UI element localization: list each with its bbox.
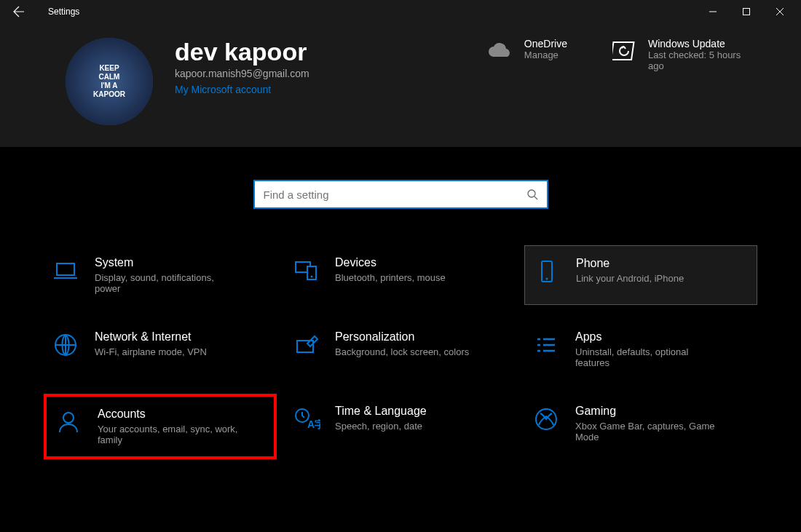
window-controls xyxy=(696,0,797,23)
user-header: KEEP CALM I'M A KAPOOR dev kapoor kapoor… xyxy=(0,23,801,147)
tile-desc: Your accounts, email, sync, work, family xyxy=(98,424,243,445)
tile-title: Devices xyxy=(335,256,446,269)
tile-accounts[interactable]: Accounts Your accounts, email, sync, wor… xyxy=(44,394,277,459)
search-icon xyxy=(526,188,538,200)
tile-title: Time & Language xyxy=(335,405,427,418)
tile-devices[interactable]: Devices Bluetooth, printers, mouse xyxy=(284,245,517,305)
user-email: kapoor.manish95@gmail.com xyxy=(175,68,465,79)
close-button[interactable] xyxy=(763,0,797,23)
update-title: Windows Update xyxy=(648,38,757,49)
update-icon xyxy=(611,38,637,64)
paint-icon xyxy=(291,330,320,360)
tile-desc: Display, sound, notifications, power xyxy=(95,272,240,294)
svg-rect-3 xyxy=(57,263,74,275)
tile-desc: Link your Android, iPhone xyxy=(576,273,684,284)
search-input[interactable] xyxy=(264,188,526,201)
tile-time-language[interactable]: A字 Time & Language Speech, region, date xyxy=(284,394,517,459)
time-language-icon: A字 xyxy=(291,405,320,434)
person-icon xyxy=(54,408,83,437)
svg-point-8 xyxy=(546,278,548,280)
tile-apps[interactable]: Apps Uninstall, defaults, optional featu… xyxy=(524,319,757,379)
minimize-icon xyxy=(709,8,717,15)
onedrive-subtitle: Manage xyxy=(524,49,567,60)
tile-desc: Wi-Fi, airplane mode, VPN xyxy=(95,346,207,357)
search-row xyxy=(0,147,801,245)
onedrive-link[interactable]: OneDrive Manage xyxy=(487,38,567,71)
tile-personalization[interactable]: Personalization Background, lock screen,… xyxy=(284,319,517,379)
globe-icon xyxy=(51,330,80,360)
search-box[interactable] xyxy=(253,180,548,209)
svg-text:A字: A字 xyxy=(307,418,320,430)
user-name: dev kapoor xyxy=(175,38,465,66)
tile-desc: Xbox Game Bar, captures, Game Mode xyxy=(575,421,721,442)
svg-point-11 xyxy=(63,413,74,423)
phone-icon xyxy=(532,257,561,286)
laptop-icon xyxy=(51,256,80,285)
windows-update-link[interactable]: Windows Update Last checked: 5 hours ago xyxy=(611,38,757,71)
back-button[interactable] xyxy=(4,0,33,23)
tile-title: Phone xyxy=(576,257,684,270)
minimize-button[interactable] xyxy=(696,0,730,23)
tile-desc: Bluetooth, printers, mouse xyxy=(335,272,446,283)
tile-network[interactable]: Network & Internet Wi-Fi, airplane mode,… xyxy=(44,319,277,379)
microsoft-account-link[interactable]: My Microsoft account xyxy=(175,84,465,95)
tile-desc: Background, lock screen, colors xyxy=(335,346,469,357)
arrow-left-icon xyxy=(13,6,25,17)
svg-point-6 xyxy=(311,276,313,278)
svg-point-2 xyxy=(528,190,535,197)
maximize-icon xyxy=(743,8,750,15)
svg-rect-1 xyxy=(612,42,634,60)
tile-title: System xyxy=(95,256,240,269)
tile-title: Apps xyxy=(575,330,721,344)
tile-system[interactable]: System Display, sound, notifications, po… xyxy=(44,245,277,305)
tile-phone[interactable]: Phone Link your Android, iPhone xyxy=(524,245,757,305)
update-subtitle: Last checked: 5 hours ago xyxy=(648,49,757,71)
maximize-button[interactable] xyxy=(730,0,763,23)
xbox-icon xyxy=(532,405,561,434)
close-icon xyxy=(776,8,784,15)
tile-title: Network & Internet xyxy=(95,330,207,344)
window-title: Settings xyxy=(48,7,79,17)
cloud-icon xyxy=(487,38,513,64)
user-info: dev kapoor kapoor.manish95@gmail.com My … xyxy=(175,38,465,95)
avatar-text: KEEP CALM I'M A KAPOOR xyxy=(93,64,125,99)
avatar[interactable]: KEEP CALM I'M A KAPOOR xyxy=(66,38,153,125)
onedrive-title: OneDrive xyxy=(524,38,567,49)
tile-title: Personalization xyxy=(335,330,469,344)
tile-title: Accounts xyxy=(98,408,243,421)
tile-gaming[interactable]: Gaming Xbox Game Bar, captures, Game Mod… xyxy=(524,394,757,459)
tile-desc: Speech, region, date xyxy=(335,421,427,432)
settings-grid: System Display, sound, notifications, po… xyxy=(0,245,801,459)
tile-desc: Uninstall, defaults, optional features xyxy=(575,346,721,368)
svg-rect-0 xyxy=(743,9,750,15)
apps-icon xyxy=(532,330,561,360)
devices-icon xyxy=(291,256,320,285)
titlebar: Settings xyxy=(0,0,801,23)
tile-title: Gaming xyxy=(575,405,721,418)
header-quick-links: OneDrive Manage Windows Update Last chec… xyxy=(487,38,757,71)
